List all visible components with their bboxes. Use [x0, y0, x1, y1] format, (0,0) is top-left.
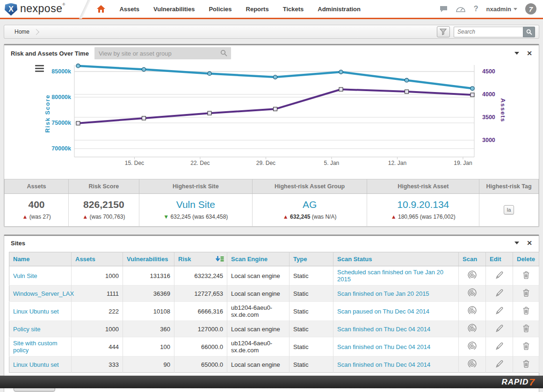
- scan-status-link[interactable]: Scan finished on Tue Jan 20 2015: [337, 290, 429, 297]
- username: nxadmin: [486, 6, 511, 13]
- scan-icon[interactable]: [467, 341, 477, 352]
- breadcrumb-chevron-icon: [33, 29, 39, 35]
- breadcrumb-home[interactable]: Home: [14, 29, 29, 35]
- site-name-link[interactable]: Linux Ubuntu set: [13, 308, 59, 315]
- search-button[interactable]: [523, 27, 535, 37]
- col-scan-status[interactable]: Scan Status: [333, 252, 459, 266]
- svg-text:85000k: 85000k: [51, 68, 71, 75]
- sites-panel-header: Sites ✕: [4, 236, 539, 250]
- search-input[interactable]: [454, 27, 523, 37]
- gauge-icon[interactable]: [456, 6, 466, 13]
- trend-up-icon: ▲: [82, 214, 88, 220]
- user-menu[interactable]: nxadmin: [486, 6, 517, 13]
- highest-risk-asset-link[interactable]: 10.9.20.134: [369, 199, 477, 210]
- nav-policies[interactable]: Policies: [209, 6, 232, 13]
- svg-text:15. Dec: 15. Dec: [125, 160, 144, 166]
- site-assets-cell: 1000: [72, 321, 123, 337]
- brand-name: nexpose: [20, 2, 62, 14]
- col-risk[interactable]: Risk: [174, 252, 227, 266]
- edit-icon[interactable]: [495, 306, 504, 317]
- site-name-link[interactable]: Windows_Server_LAX: [13, 290, 74, 297]
- help-icon[interactable]: ?: [474, 5, 478, 13]
- site-engine-cell: ub1204-6aeu0-sx.de.com: [227, 302, 290, 321]
- site-name-link[interactable]: Policy site: [13, 326, 41, 333]
- view-by-input[interactable]: [94, 47, 231, 59]
- summary-highest-tag-cell: la: [479, 194, 539, 227]
- col-type[interactable]: Type: [290, 252, 333, 266]
- edit-icon[interactable]: [495, 342, 504, 352]
- site-name-link[interactable]: Linux Ubuntu set: [13, 361, 59, 368]
- nav-tickets[interactable]: Tickets: [283, 6, 304, 13]
- site-engine-cell: Local scan engine: [227, 321, 290, 337]
- site-row: Linux Ubuntu set3339065000.0Local scan e…: [9, 356, 539, 373]
- scan-icon[interactable]: [467, 288, 477, 299]
- nav-administration[interactable]: Administration: [318, 6, 361, 13]
- sort-descending-icon[interactable]: [216, 256, 224, 264]
- site-name-cell: Linux Ubuntu set: [9, 356, 72, 373]
- filter-button[interactable]: [437, 26, 450, 37]
- topbar-right-controls: ? nxadmin 7: [440, 3, 536, 14]
- svg-text:4000: 4000: [482, 91, 495, 98]
- chart-menu-icon[interactable]: [35, 65, 44, 73]
- scan-icon[interactable]: [467, 359, 477, 370]
- col-scan-engine[interactable]: Scan Engine: [227, 252, 290, 266]
- scan-icon[interactable]: [467, 270, 477, 281]
- site-vulnerabilities-cell: 100: [123, 337, 174, 356]
- nav-assets[interactable]: Assets: [119, 6, 139, 13]
- rapid7-seven-icon: 7: [525, 3, 536, 14]
- nexpose-logo[interactable]: X nexpose®: [5, 2, 65, 16]
- svg-text:80000k: 80000k: [51, 94, 71, 100]
- site-vulnerabilities-cell: 10108: [123, 302, 174, 321]
- delete-icon[interactable]: [522, 359, 530, 370]
- scan-status-link[interactable]: Scan finished on Thu Dec 04 2014: [337, 343, 430, 350]
- delete-icon[interactable]: [522, 324, 530, 335]
- site-name-link[interactable]: Vuln Site: [13, 272, 37, 279]
- diagonal-divider: [78, 0, 90, 19]
- scan-status-link[interactable]: Scan paused on Thu Dec 04 2014: [337, 308, 429, 315]
- col-delete: Delete: [513, 252, 539, 266]
- close-panel-icon[interactable]: ✕: [527, 240, 532, 246]
- scan-status-link[interactable]: Scan finished on Thu Dec 04 2014: [337, 326, 430, 333]
- highest-risk-asset-group-link[interactable]: AG: [254, 199, 365, 210]
- scan-status-link[interactable]: Scheduled scan finished on Tue Jan 20 20…: [337, 269, 443, 283]
- highest-risk-site-link[interactable]: Vuln Site: [141, 199, 250, 210]
- asset-group-delta: (was N/A): [310, 214, 336, 220]
- col-name[interactable]: Name: [9, 252, 72, 266]
- col-assets[interactable]: Assets: [72, 252, 123, 266]
- notifications-icon[interactable]: [440, 6, 448, 13]
- svg-text:12. Jan: 12. Jan: [388, 160, 406, 166]
- site-risk-cell: 127000.0: [174, 321, 227, 337]
- edit-icon[interactable]: [495, 359, 504, 370]
- risk-score-delta: (was 700,763): [89, 214, 125, 220]
- risk-assets-panel: Risk and Assets Over Time ✕ 15. Dec22. D…: [4, 44, 539, 227]
- edit-icon[interactable]: [495, 324, 504, 335]
- data-point-square: [339, 87, 343, 91]
- edit-icon[interactable]: [495, 288, 504, 299]
- edit-icon[interactable]: [495, 271, 504, 281]
- delete-icon[interactable]: [522, 306, 530, 317]
- close-panel-icon[interactable]: ✕: [527, 50, 532, 57]
- summary-highest-site-cell: Vuln Site ▼ 632,245 (was 634,458): [139, 194, 252, 227]
- site-name-link[interactable]: Site with custom policy: [13, 340, 58, 354]
- nav-vulnerabilities[interactable]: Vulnerabilities: [153, 6, 195, 13]
- asset-delta: 180,965 (was 176,002): [398, 214, 456, 220]
- scan-icon[interactable]: [467, 306, 477, 317]
- scan-icon[interactable]: [467, 323, 477, 335]
- col-highest-risk-tag: Highest-risk Tag: [479, 179, 539, 194]
- col-edit: Edit: [486, 252, 513, 266]
- data-point-circle: [208, 71, 211, 75]
- top-navigation-bar: X nexpose® Assets Vulnerabilities Polici…: [0, 0, 543, 19]
- collapse-panel-icon[interactable]: [514, 242, 519, 244]
- col-assets: Assets: [5, 179, 69, 194]
- scan-status-link[interactable]: Scan finished on Thu Dec 04 2014: [337, 361, 430, 368]
- home-icon[interactable]: [97, 5, 105, 13]
- highest-risk-tag-chip[interactable]: la: [504, 205, 514, 214]
- collapse-panel-icon[interactable]: [514, 52, 519, 55]
- trend-up-icon: ▲: [283, 214, 289, 220]
- site-assets-cell: 1000: [72, 266, 123, 285]
- delete-icon[interactable]: [522, 342, 530, 352]
- col-vulnerabilities[interactable]: Vulnerabilities: [123, 252, 174, 266]
- nav-reports[interactable]: Reports: [246, 6, 269, 13]
- delete-icon[interactable]: [522, 288, 530, 299]
- delete-icon[interactable]: [522, 271, 530, 281]
